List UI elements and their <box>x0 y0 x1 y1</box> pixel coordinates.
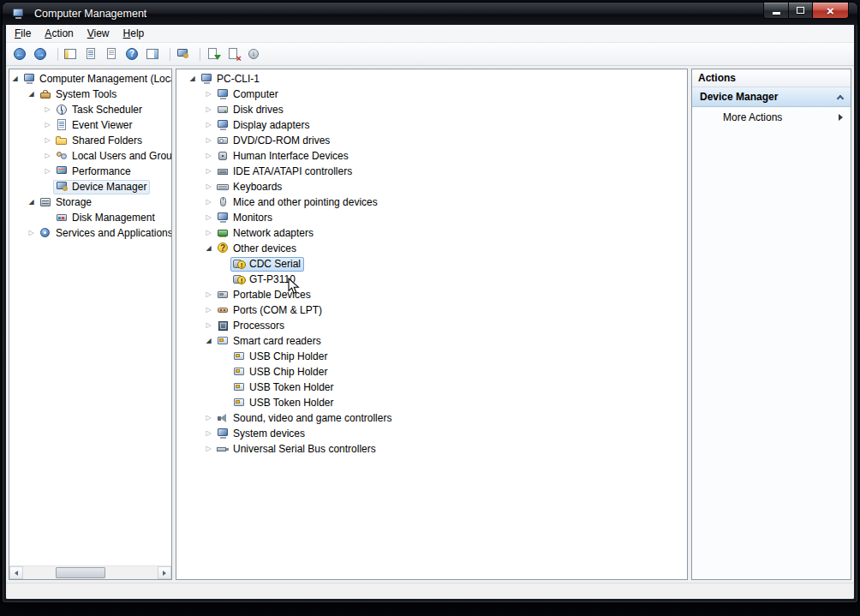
expander-icon[interactable] <box>203 102 214 117</box>
maximize-button[interactable] <box>788 3 813 19</box>
tree-item[interactable]: USB Token Holder <box>187 395 687 410</box>
tree-item[interactable]: Mice and other pointing devices <box>187 194 687 210</box>
scrollbar-thumb[interactable] <box>56 567 105 578</box>
tree-item[interactable]: USB Token Holder <box>187 380 687 395</box>
tree-item[interactable]: Disk drives <box>187 102 687 117</box>
tree-item[interactable]: Task Scheduler <box>9 102 171 117</box>
expander-icon[interactable] <box>42 117 53 133</box>
toolbar-button[interactable] <box>62 45 82 64</box>
expander-icon[interactable] <box>203 318 214 333</box>
tree-item[interactable]: Computer Management (Local <box>9 71 171 87</box>
toolbar-button[interactable] <box>245 45 266 64</box>
expander-icon[interactable] <box>203 241 214 256</box>
tree-item[interactable]: Display adapters <box>187 117 687 133</box>
expander-icon[interactable] <box>42 133 53 148</box>
expander-icon[interactable] <box>26 194 37 210</box>
toolbar-button[interactable] <box>82 45 103 64</box>
expander-icon[interactable] <box>9 71 21 87</box>
tree-item[interactable]: CDC Serial <box>187 256 687 272</box>
toolbar-button[interactable] <box>144 45 164 64</box>
toolbar-button[interactable] <box>11 45 32 64</box>
expander-icon[interactable] <box>203 287 214 302</box>
tree-item[interactable]: IDE ATA/ATAPI controllers <box>187 164 687 179</box>
expander-icon[interactable] <box>203 133 214 148</box>
expander-icon[interactable] <box>26 87 37 102</box>
tree-item[interactable]: Keyboards <box>187 179 687 194</box>
tree-item[interactable]: Local Users and Groups <box>9 148 171 164</box>
close-button[interactable] <box>812 3 849 19</box>
actions-section-more-actions[interactable]: More Actions <box>692 107 851 127</box>
titlebar[interactable]: Computer Management <box>3 3 857 25</box>
tree-item[interactable]: System devices <box>187 426 687 441</box>
tree-item[interactable]: Computer <box>187 87 687 102</box>
toolbar-button[interactable] <box>123 45 144 64</box>
processor-icon <box>217 320 230 332</box>
tree-item[interactable]: GT-P3110 <box>187 272 687 287</box>
expander-icon[interactable] <box>42 102 53 117</box>
toolbar-button[interactable] <box>204 45 224 64</box>
chevron-right-icon[interactable] <box>839 114 843 121</box>
help-icon <box>126 48 139 60</box>
tree-item-label: Disk drives <box>233 104 284 116</box>
tree-item[interactable]: Ports (COM & LPT) <box>187 302 687 318</box>
expander-icon[interactable] <box>203 87 214 102</box>
tree-item-label: Storage <box>56 196 92 208</box>
tree-item[interactable]: PC-CLI-1 <box>187 71 687 87</box>
tree-item[interactable]: Storage <box>9 194 171 210</box>
expander-icon[interactable] <box>26 225 37 241</box>
toolbar-button[interactable] <box>174 45 194 64</box>
tree-item[interactable]: Services and Applications <box>9 225 171 241</box>
expander-icon[interactable] <box>203 148 214 164</box>
menu-item[interactable]: View <box>81 25 116 42</box>
tree-item[interactable]: Universal Serial Bus controllers <box>187 441 687 457</box>
toolbar-button[interactable] <box>224 45 245 64</box>
expander-icon[interactable] <box>203 210 214 225</box>
expander-icon[interactable] <box>203 410 214 426</box>
expander-icon[interactable] <box>203 179 214 194</box>
tree-item[interactable]: Human Interface Devices <box>187 148 687 164</box>
tree-item[interactable]: USB Chip Holder <box>187 364 687 380</box>
minimize-button[interactable] <box>763 3 789 19</box>
tree-item[interactable]: Disk Management <box>9 210 171 225</box>
tree-item[interactable]: Network adapters <box>187 225 687 241</box>
disk-management-icon <box>56 212 69 224</box>
expander-icon[interactable] <box>42 148 53 164</box>
tree-item-label: Disk Management <box>72 212 155 224</box>
scrollbar-track[interactable] <box>23 566 158 579</box>
menu-item[interactable]: Action <box>38 25 80 42</box>
tree-item[interactable]: DVD/CD-ROM drives <box>187 133 687 148</box>
tree-item[interactable]: USB Chip Holder <box>187 349 687 364</box>
scroll-right-button[interactable] <box>158 566 171 579</box>
expander-icon[interactable] <box>203 164 214 179</box>
tree-item[interactable]: Monitors <box>187 210 687 225</box>
tree-item[interactable]: System Tools <box>9 87 171 102</box>
tree-item[interactable]: Sound, video and game controllers <box>187 410 687 426</box>
tree-item[interactable]: Smart card readers <box>187 333 687 349</box>
tree-item[interactable]: Shared Folders <box>9 133 171 148</box>
menu-item[interactable]: File <box>8 25 38 42</box>
expander-icon[interactable] <box>203 426 214 441</box>
expander-icon[interactable] <box>203 441 214 457</box>
menu-item[interactable]: Help <box>116 25 152 42</box>
expander-icon[interactable] <box>203 302 214 318</box>
tree-item[interactable]: Performance <box>9 164 171 179</box>
tree-item[interactable]: Processors <box>187 318 687 333</box>
chevron-up-icon[interactable] <box>837 94 844 101</box>
tree-item-label: USB Token Holder <box>249 381 334 393</box>
expander-icon[interactable] <box>187 71 198 87</box>
expander-icon[interactable] <box>203 333 214 349</box>
horizontal-scrollbar[interactable] <box>9 565 171 579</box>
toolbar-button[interactable] <box>32 45 52 64</box>
expander-icon[interactable] <box>203 194 214 210</box>
expander-icon[interactable] <box>203 117 214 133</box>
expander-icon[interactable] <box>42 164 53 179</box>
toolbar-button[interactable] <box>103 45 123 64</box>
actions-section-device-manager[interactable]: Device Manager <box>692 87 851 107</box>
tree-item[interactable]: Other devices <box>187 241 687 256</box>
expander-icon[interactable] <box>203 225 214 241</box>
tree-item[interactable]: Portable Devices <box>187 287 687 302</box>
tree-item[interactable]: Event Viewer <box>9 117 171 133</box>
tree-item[interactable]: Device Manager <box>9 179 171 194</box>
scroll-left-button[interactable] <box>9 566 23 579</box>
ports-icon <box>217 304 230 316</box>
